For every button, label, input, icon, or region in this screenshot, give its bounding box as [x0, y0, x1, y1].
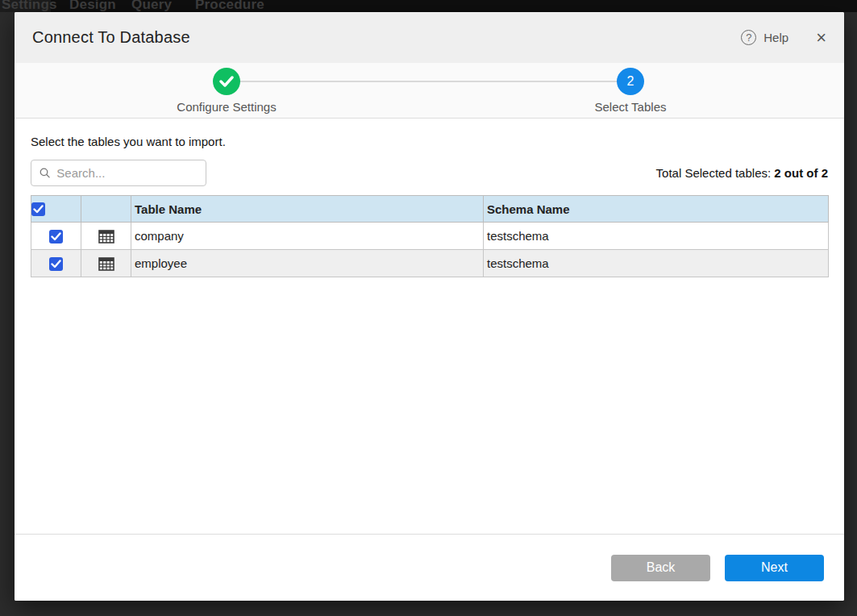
close-icon[interactable]: ×	[816, 29, 826, 47]
table-row[interactable]: employee testschema	[31, 250, 829, 277]
menu-item-settings[interactable]: Settings	[2, 0, 57, 12]
dialog-title: Connect To Database	[32, 28, 190, 47]
menu-item-procedure[interactable]: Procedure	[195, 0, 264, 12]
step-label-select-tables: Select Tables	[595, 100, 667, 114]
step-done-check-icon	[213, 68, 240, 95]
stepper-connector-line	[227, 81, 630, 82]
summary-count: 2 out of 2	[774, 166, 828, 180]
select-all-checkbox[interactable]	[31, 202, 45, 216]
search-input[interactable]	[56, 166, 198, 180]
selected-tables-summary: Total Selected tables: 2 out of 2	[656, 166, 828, 180]
intro-text: Select the tables you want to import.	[31, 135, 828, 148]
help-label: Help	[763, 31, 788, 44]
table-grid-icon	[98, 230, 114, 243]
cell-table-name: company	[131, 223, 484, 250]
menu-item-query[interactable]: Query	[131, 0, 172, 12]
table-row[interactable]: company testschema	[31, 223, 829, 250]
next-button[interactable]: Next	[725, 555, 824, 581]
cell-schema-name: testschema	[484, 250, 829, 277]
cell-schema-name: testschema	[484, 223, 829, 250]
dialog-body: Select the tables you want to import. To…	[15, 135, 844, 277]
search-icon	[40, 167, 50, 179]
wizard-stepper: Configure Settings 2 Select Tables	[15, 63, 844, 119]
step-label-configure-settings: Configure Settings	[177, 100, 276, 114]
connect-to-database-dialog: Connect To Database ? Help × Configure S…	[15, 12, 844, 601]
column-header-table-name[interactable]: Table Name	[131, 196, 484, 223]
background-menubar: Settings Design Query Procedure	[0, 0, 857, 12]
back-button[interactable]: Back	[611, 555, 710, 581]
column-header-schema-name[interactable]: Schema Name	[484, 196, 829, 223]
search-box[interactable]	[31, 160, 206, 186]
row-checkbox[interactable]	[49, 257, 63, 271]
dialog-header: Connect To Database ? Help ×	[15, 12, 844, 63]
menu-item-design[interactable]: Design	[69, 0, 116, 12]
dialog-footer: Back Next	[15, 534, 844, 601]
table-toolbar: Total Selected tables: 2 out of 2	[31, 160, 828, 186]
help-button[interactable]: ? Help	[741, 30, 788, 45]
row-checkbox[interactable]	[49, 230, 63, 243]
table-grid-icon	[98, 257, 114, 271]
help-icon: ?	[741, 30, 756, 45]
step-number-badge: 2	[617, 68, 644, 95]
tables-list: Table Name Schema Name	[31, 195, 829, 277]
cell-table-name: employee	[131, 250, 484, 277]
table-header-row: Table Name Schema Name	[31, 196, 829, 223]
summary-prefix: Total Selected tables:	[656, 166, 775, 180]
